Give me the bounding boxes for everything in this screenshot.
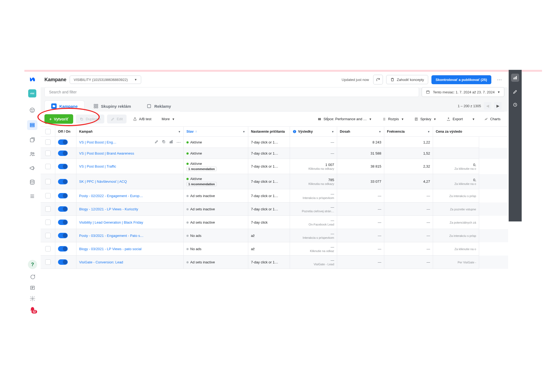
cpr-cell (433, 137, 479, 148)
row-toggle[interactable] (55, 256, 76, 269)
copy-icon[interactable] (162, 140, 166, 144)
th-attribution[interactable]: Nastavenie pričítania (248, 127, 290, 136)
recommendation-badge[interactable]: 1 recommendation (186, 182, 217, 186)
columns-button[interactable]: Stĺpce: Performance and … ▼ (314, 115, 376, 123)
duplicate-button[interactable]: Duplicate (76, 115, 104, 123)
row-toggle[interactable] (55, 189, 76, 202)
campaign-name-cell[interactable]: Blogy - 03/2021 - LP Views - pato social (76, 242, 184, 256)
row-checkbox[interactable] (41, 216, 55, 229)
svg-point-0 (30, 108, 35, 113)
recommendation-badge[interactable]: 1 recommendation (186, 167, 217, 171)
charts-button[interactable]: Charts (480, 115, 504, 123)
chevron-down-icon: ▼ (331, 130, 334, 133)
row-checkbox[interactable] (41, 148, 55, 159)
pager-prev-button[interactable]: ◀ (484, 102, 491, 110)
campaign-name-cell[interactable]: VisiGate - Conversion: Lead (76, 256, 184, 269)
row-toggle[interactable] (55, 229, 76, 242)
attribution-cell: 7-day click or 1… (248, 148, 290, 159)
refresh-button[interactable] (373, 75, 383, 84)
row-checkbox[interactable] (41, 202, 55, 216)
campaign-name-cell[interactable]: Posty - 02/2022 - Engagement - European … (76, 189, 184, 202)
reach-cell: — (337, 256, 384, 269)
status-dot-icon (186, 152, 189, 155)
status-cell: Ad sets inactive (184, 216, 248, 229)
review-publish-button[interactable]: Skontrolovať a publikovať (25) (431, 75, 491, 84)
discard-drafts-button[interactable]: Zahodiť koncepty (386, 75, 428, 84)
status-dot-icon (186, 208, 189, 210)
chart-icon[interactable] (169, 140, 173, 144)
row-checkbox[interactable] (41, 174, 55, 189)
row-toggle[interactable] (55, 159, 76, 174)
cpr-cell (433, 148, 479, 159)
th-name[interactable]: Kampaň ▼ (76, 127, 184, 136)
breakdown-button[interactable]: Rozpis ▼ (378, 115, 408, 123)
edit-button[interactable]: Edit (107, 115, 127, 123)
row-toggle[interactable] (55, 148, 76, 159)
grid-icon[interactable] (27, 120, 37, 130)
th-checkbox[interactable] (41, 127, 55, 136)
meta-logo-icon[interactable] (28, 75, 36, 83)
more-menu-button[interactable]: ⋯ (495, 75, 504, 84)
th-results[interactable]: i Výsledky ▼ (290, 127, 337, 136)
row-checkbox[interactable] (41, 242, 55, 256)
tab-ads[interactable]: Reklamy (140, 101, 178, 112)
abtest-button[interactable]: A/B test (129, 115, 155, 123)
th-status[interactable]: Stav ↑ ▼ (184, 127, 248, 136)
campaign-name-cell[interactable]: VS | Post Boost | Eng… ⋯ (76, 137, 184, 148)
pagination: 1 – 200 z 1305 ◀ ▶ (458, 102, 504, 112)
campaign-name-cell[interactable]: Posty - 03/2021 - Engagement - Pato soci… (76, 229, 184, 242)
news-icon[interactable] (30, 285, 36, 291)
row-checkbox[interactable] (41, 256, 55, 269)
emoji-icon[interactable] (28, 106, 36, 114)
collection-icon[interactable] (28, 136, 36, 144)
export-dropdown-button[interactable]: ▼ (469, 115, 478, 123)
campaign-name-cell[interactable]: VS | Post Boost | Brand Awareness (76, 148, 184, 159)
th-cost-per-result[interactable]: Cena za výsledo (433, 127, 479, 136)
notifications-icon[interactable] (30, 306, 36, 312)
th-frequency[interactable]: Frekvencia ▼ (384, 127, 433, 136)
row-checkbox[interactable] (41, 189, 55, 202)
date-range-selector[interactable]: Tento mesiac: 1. 7. 2024 až 23. 7. 2024 … (422, 87, 504, 97)
pager-next-button[interactable]: ▶ (494, 102, 502, 110)
row-checkbox[interactable] (41, 229, 55, 242)
th-reach[interactable]: Dosah ▼ (337, 127, 384, 136)
reports-button[interactable]: Správy ▼ (411, 115, 440, 123)
help-icon[interactable]: ? (28, 260, 37, 269)
megaphone-icon[interactable] (28, 164, 36, 172)
campaign-name-cell[interactable]: Visibility | Lead Generation | Black Fri… (76, 216, 184, 229)
chat-icon[interactable] (30, 274, 36, 280)
menu-icon[interactable] (28, 192, 36, 200)
history-icon[interactable] (512, 102, 518, 108)
row-checkbox[interactable] (41, 137, 55, 148)
more-button[interactable]: More ▼ (158, 115, 179, 123)
row-toggle[interactable] (55, 216, 76, 229)
pencil-icon[interactable] (154, 140, 159, 144)
insights-icon[interactable] (511, 74, 519, 82)
settings-icon[interactable] (30, 296, 36, 302)
row-toggle[interactable] (55, 202, 76, 216)
svg-rect-20 (96, 107, 98, 108)
row-toggle[interactable] (55, 174, 76, 189)
account-selector[interactable]: VISIBILITY (10153198636883922) ▼ (70, 76, 141, 84)
campaign-name-label: VS | Post Boost | Traffic (79, 164, 116, 168)
create-button[interactable]: + Vytvoriť (44, 114, 73, 124)
campaign-name-cell[interactable]: VS | Post Boost | Traffic (76, 159, 184, 174)
row-checkbox[interactable] (41, 159, 55, 174)
search-input[interactable]: Search and filter (44, 87, 419, 97)
frequency-cell: 4,27 (384, 174, 433, 189)
billing-icon[interactable] (28, 178, 36, 186)
tab-adsets[interactable]: Skupiny reklám (87, 101, 138, 112)
audience-icon[interactable] (28, 150, 36, 158)
row-toggle[interactable] (55, 242, 76, 256)
more-icon[interactable]: ⋯ (176, 140, 181, 145)
tab-campaigns[interactable]: Kampane (44, 100, 85, 112)
row-toggle[interactable] (55, 137, 76, 148)
th-offon[interactable]: Off / On (55, 127, 76, 136)
svg-rect-23 (318, 118, 319, 120)
export-button[interactable]: Export (443, 115, 467, 123)
edit-rail-icon[interactable] (512, 89, 518, 95)
campaign-name-cell[interactable]: SK | PPC | Návštevnosť | ACQ (76, 174, 184, 189)
account-badge[interactable]: visi (28, 89, 36, 97)
campaign-name-cell[interactable]: Blogy - 12/2021 - LP Views - Kuriozity (76, 202, 184, 216)
campaign-name-label: VisiGate - Conversion: Lead (79, 260, 123, 264)
